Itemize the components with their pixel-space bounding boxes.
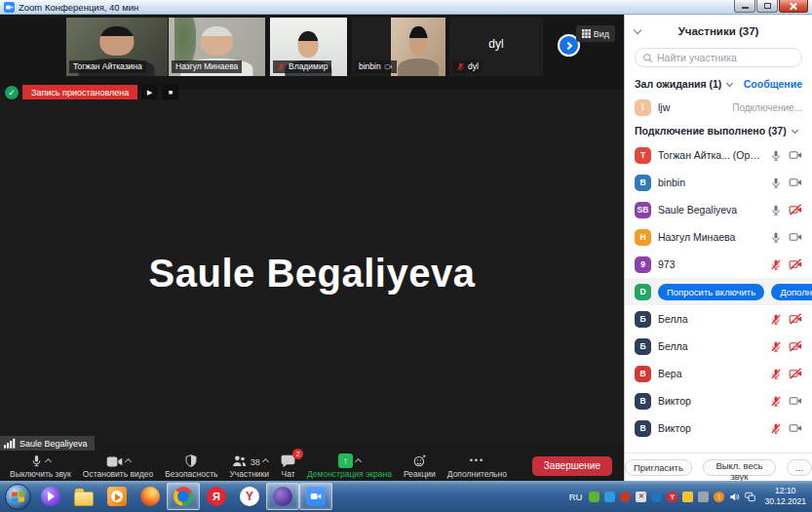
taskbar-item-yandex[interactable]: Я bbox=[200, 483, 233, 510]
close-button[interactable] bbox=[779, 0, 808, 13]
video-tile[interactable]: binbin bbox=[352, 18, 445, 76]
taskbar-item-tor[interactable] bbox=[266, 483, 299, 510]
file-explorer-icon bbox=[74, 492, 94, 506]
video-tile-label: binbin bbox=[355, 60, 397, 73]
stop-video-label: Остановить видео bbox=[83, 469, 153, 479]
start-button[interactable] bbox=[5, 484, 31, 510]
security-label: Безопасность bbox=[165, 469, 217, 479]
share-screen-label: Демонстрация экрана bbox=[307, 469, 392, 479]
chevron-down-icon[interactable] bbox=[792, 126, 798, 133]
waiting-room-section[interactable]: Зал ожидания (1) Сообщение bbox=[625, 73, 812, 95]
messenger-tray-icon[interactable] bbox=[604, 492, 615, 502]
participant-name: 973 bbox=[658, 258, 763, 270]
clipboard-tray-icon[interactable] bbox=[698, 492, 709, 502]
video-tile-label: dyl bbox=[452, 60, 483, 73]
video-tile[interactable]: Назгул Минаева bbox=[169, 18, 265, 76]
chrome-icon bbox=[174, 487, 193, 506]
participant-row[interactable]: Т Тогжан Айтка... (Организатор, я) bbox=[625, 141, 812, 169]
participants-button[interactable]: 38 Участники bbox=[223, 453, 275, 479]
waiting-room-header: Зал ожидания (1) bbox=[635, 78, 721, 90]
yandex-icon: Я bbox=[207, 487, 226, 506]
participant-video bbox=[391, 18, 445, 76]
stop-video-button[interactable]: Остановить видео bbox=[77, 453, 159, 479]
active-speaker-label: Saule Begaliyeva bbox=[0, 436, 95, 451]
taskbar-item-media-player[interactable] bbox=[100, 483, 134, 510]
taskbar-item-yandex-browser[interactable]: Y bbox=[233, 483, 266, 510]
avatar: B bbox=[635, 175, 651, 191]
reactions-button[interactable]: Реакции bbox=[398, 453, 442, 479]
taskbar-clock[interactable]: 12:10 30.12.2021 bbox=[764, 486, 806, 508]
taskbar-item-firefox[interactable] bbox=[134, 483, 167, 510]
taskbar-item-zoom[interactable] bbox=[299, 483, 332, 510]
participant-row[interactable]: 9 973 bbox=[625, 251, 812, 278]
windows-taskbar: Я Y RU ✕ Y ! 12:10 30.12.2021 bbox=[0, 481, 812, 512]
security-tray-icon[interactable] bbox=[589, 492, 599, 502]
maximize-button[interactable] bbox=[756, 0, 778, 13]
participant-row[interactable]: B binbin bbox=[625, 169, 812, 196]
volume-tray-icon[interactable] bbox=[729, 492, 740, 502]
panel-collapse-chevron-icon[interactable] bbox=[634, 26, 641, 34]
tile-name: binbin bbox=[359, 60, 381, 73]
taskbar-item-explorer[interactable] bbox=[67, 483, 100, 510]
antivirus-tray-icon[interactable] bbox=[620, 492, 631, 502]
notes-tray-icon[interactable] bbox=[682, 492, 693, 502]
security-button[interactable]: Безопасность bbox=[159, 453, 223, 479]
tile-center-name: dyl bbox=[449, 37, 543, 51]
zoom-window-titlebar[interactable]: Zoom Конференция, 40 мин bbox=[0, 0, 812, 15]
bluetooth-tray-icon[interactable] bbox=[651, 492, 662, 502]
view-button-label: Вид bbox=[594, 29, 609, 39]
participant-search bbox=[635, 48, 802, 67]
participant-row[interactable]: Б Белла bbox=[625, 333, 812, 360]
chevron-up-icon[interactable] bbox=[45, 457, 52, 464]
resume-recording-button[interactable]: ▶ bbox=[141, 85, 158, 99]
end-meeting-button[interactable]: Завершение bbox=[532, 456, 612, 476]
chevron-up-icon[interactable] bbox=[262, 457, 269, 464]
participant-row[interactable]: В Вера bbox=[625, 360, 812, 387]
camera-icon bbox=[789, 149, 802, 161]
flag-warning-tray-icon[interactable]: ✕ bbox=[636, 492, 646, 502]
connected-section[interactable]: Подключение выполнено (37) bbox=[625, 120, 812, 141]
chevron-down-icon[interactable] bbox=[726, 79, 733, 86]
chat-button[interactable]: 2 Чат bbox=[275, 453, 301, 479]
participant-row[interactable]: В Виктор bbox=[625, 387, 812, 414]
minimize-button[interactable] bbox=[734, 0, 755, 13]
minimize-icon bbox=[742, 7, 749, 9]
message-link[interactable]: Сообщение bbox=[744, 78, 802, 90]
participant-row[interactable]: В Виктор bbox=[625, 414, 812, 442]
video-tile[interactable]: dyl dyl bbox=[449, 18, 543, 76]
video-tile[interactable]: Владимир bbox=[270, 18, 347, 76]
footer-more-button[interactable]: ... bbox=[787, 459, 812, 476]
participant-name: Назгул Минаева bbox=[658, 231, 763, 243]
yandex-tray-icon[interactable]: Y bbox=[667, 492, 677, 502]
stop-recording-button[interactable]: ■ bbox=[162, 85, 178, 99]
view-button[interactable]: Вид bbox=[576, 25, 615, 42]
mute-all-button[interactable]: Выкл. весь звук bbox=[703, 459, 776, 476]
share-screen-button[interactable]: ↑ Демонстрация экрана bbox=[301, 453, 398, 479]
tile-camera-icon bbox=[384, 62, 393, 71]
chevron-up-icon[interactable] bbox=[355, 457, 362, 464]
participant-row[interactable]: Б Белла bbox=[625, 305, 812, 333]
participant-name: Saule Begaliyeva bbox=[658, 204, 763, 216]
participant-row[interactable]: SB Saule Begaliyeva bbox=[625, 196, 812, 223]
invite-button[interactable]: Пригласить bbox=[625, 459, 692, 476]
taskbar-item-alice[interactable] bbox=[34, 483, 67, 510]
participant-row-hovered[interactable]: D Попросить включить Дополнить bbox=[625, 278, 812, 305]
camera-icon bbox=[789, 368, 802, 379]
more-button[interactable]: ••• Дополнительно bbox=[442, 453, 513, 479]
participant-row[interactable]: Н Назгул Минаева bbox=[625, 223, 812, 251]
close-icon bbox=[790, 2, 797, 10]
taskbar-item-chrome[interactable] bbox=[167, 483, 200, 510]
mute-button[interactable]: Выключить звук bbox=[4, 453, 77, 479]
waiting-participant-row[interactable]: l ljw Подключение... bbox=[625, 95, 812, 120]
search-input[interactable] bbox=[657, 52, 794, 63]
mic-icon bbox=[770, 340, 782, 353]
security-shield-icon[interactable]: ✓ bbox=[5, 86, 19, 99]
network-tray-icon[interactable] bbox=[745, 492, 755, 502]
language-indicator[interactable]: RU bbox=[569, 492, 583, 502]
alert-tray-icon[interactable]: ! bbox=[714, 492, 724, 502]
participant-more-button[interactable]: Дополнить bbox=[771, 284, 812, 300]
chevron-up-icon[interactable] bbox=[124, 457, 131, 464]
video-tile[interactable]: Тогжан Айтказина bbox=[66, 18, 168, 76]
ask-to-unmute-button[interactable]: Попросить включить bbox=[658, 284, 764, 300]
video-strip: Тогжан Айтказина Назгул Минаева Владимир bbox=[0, 15, 624, 90]
